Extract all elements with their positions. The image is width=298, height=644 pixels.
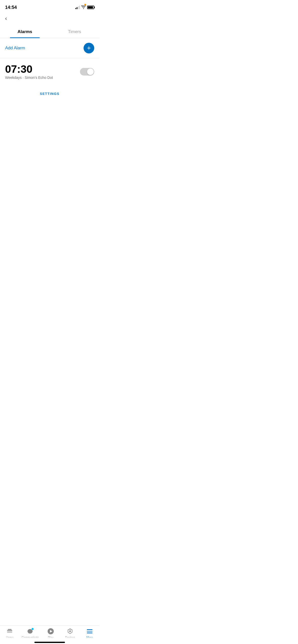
back-arrow-icon[interactable]: ‹ bbox=[5, 15, 7, 22]
toggle-knob bbox=[87, 68, 94, 75]
alarm-info: 07:30 Weekdays · Simon's Echo Dot bbox=[5, 64, 53, 80]
alarm-item[interactable]: 07:30 Weekdays · Simon's Echo Dot bbox=[0, 58, 99, 84]
alarm-toggle[interactable] bbox=[80, 68, 94, 76]
add-alarm-row: Add Alarm + bbox=[0, 38, 99, 58]
status-bar: 14:54 bbox=[0, 0, 99, 13]
wifi-icon bbox=[81, 5, 86, 10]
orange-dot bbox=[84, 4, 86, 6]
signal-bars-icon bbox=[75, 6, 80, 9]
tab-timers[interactable]: Timers bbox=[50, 26, 99, 38]
alarm-details: Weekdays · Simon's Echo Dot bbox=[5, 76, 53, 80]
status-time: 14:54 bbox=[5, 5, 17, 10]
main-content: Alarms Timers Add Alarm + 07:30 Weekdays… bbox=[0, 26, 99, 131]
plus-icon: + bbox=[87, 45, 91, 51]
back-button[interactable]: ‹ bbox=[0, 13, 99, 23]
tabs-container: Alarms Timers bbox=[0, 26, 99, 38]
status-icons bbox=[75, 5, 94, 10]
battery-icon bbox=[87, 6, 94, 9]
add-alarm-button[interactable]: + bbox=[84, 43, 94, 53]
add-alarm-label[interactable]: Add Alarm bbox=[5, 46, 25, 51]
tab-alarms[interactable]: Alarms bbox=[0, 26, 50, 38]
settings-label: SETTINGS bbox=[0, 84, 99, 101]
alarm-time: 07:30 bbox=[5, 64, 53, 75]
